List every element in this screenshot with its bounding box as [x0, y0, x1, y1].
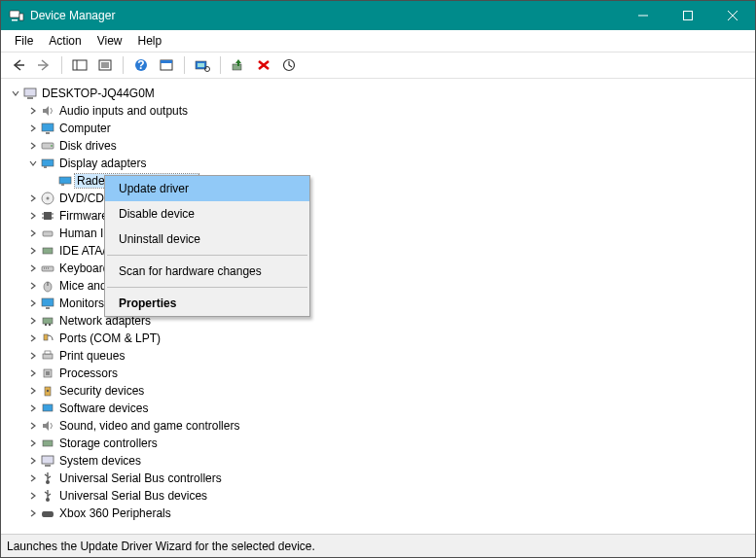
chevron-right-icon[interactable]: [26, 436, 40, 450]
speaker-icon: [40, 418, 55, 434]
svg-rect-27: [27, 97, 33, 99]
context-menu: Update driver Disable device Uninstall d…: [104, 175, 310, 317]
svg-rect-44: [43, 248, 53, 254]
chevron-right-icon[interactable]: [26, 454, 40, 468]
category-audio[interactable]: Audio inputs and outputs: [26, 102, 751, 120]
maximize-button[interactable]: [666, 1, 710, 30]
chevron-right-icon[interactable]: [26, 384, 40, 398]
network-icon: [40, 313, 55, 329]
usb-icon: [40, 471, 55, 486]
forward-button[interactable]: [32, 54, 55, 76]
svg-rect-26: [24, 88, 36, 96]
chevron-right-icon[interactable]: [26, 122, 40, 135]
svg-rect-1: [12, 19, 18, 21]
svg-rect-63: [43, 404, 53, 411]
category-disk[interactable]: Disk drives: [26, 137, 751, 155]
printer-icon: [40, 348, 55, 364]
speaker-icon: [40, 103, 55, 119]
svg-rect-9: [73, 60, 87, 70]
category-security[interactable]: Security devices: [26, 382, 751, 400]
chevron-right-icon[interactable]: [26, 279, 40, 293]
svg-rect-56: [44, 334, 48, 340]
help-button[interactable]: ?: [129, 54, 153, 76]
device-tree: DESKTOP-JQ44G0M Audio inputs and outputs…: [1, 79, 755, 534]
chevron-down-icon[interactable]: [26, 157, 40, 170]
show-hide-console-button[interactable]: [68, 54, 91, 76]
toolbar-separator: [61, 56, 62, 74]
monitor-icon: [40, 296, 55, 311]
chevron-right-icon[interactable]: [26, 471, 40, 485]
category-processors[interactable]: Processors: [26, 365, 751, 382]
category-display[interactable]: Display adapters: [26, 155, 751, 172]
category-storage[interactable]: Storage controllers: [26, 435, 751, 452]
category-usb-controllers[interactable]: Universal Serial Bus controllers: [26, 470, 751, 487]
chevron-right-icon[interactable]: [26, 296, 40, 310]
category-xbox[interactable]: Xbox 360 Peripherals: [26, 505, 751, 522]
svg-rect-18: [161, 60, 172, 63]
svg-rect-33: [44, 166, 47, 168]
tree-root[interactable]: DESKTOP-JQ44G0M: [9, 85, 751, 102]
svg-rect-66: [45, 465, 51, 467]
svg-rect-20: [198, 63, 204, 67]
ctx-properties[interactable]: Properties: [105, 291, 309, 316]
category-ports[interactable]: Ports (COM & LPT): [26, 330, 751, 347]
svg-rect-38: [44, 212, 52, 220]
svg-rect-52: [46, 307, 50, 309]
svg-point-31: [51, 145, 53, 147]
chevron-right-icon[interactable]: [26, 366, 40, 380]
window-title: Device Manager: [30, 9, 621, 22]
action-button[interactable]: [155, 54, 178, 76]
category-computer[interactable]: Computer: [26, 120, 751, 137]
category-sound[interactable]: Sound, video and game controllers: [26, 417, 751, 435]
ctx-disable-device[interactable]: Disable device: [105, 201, 309, 227]
computer-icon: [22, 86, 38, 101]
chevron-right-icon[interactable]: [26, 244, 40, 258]
chevron-right-icon[interactable]: [26, 262, 40, 275]
usb-icon: [40, 488, 55, 504]
properties-button[interactable]: [93, 54, 117, 76]
ctx-update-driver[interactable]: Update driver: [105, 176, 309, 201]
category-software[interactable]: Software devices: [26, 400, 751, 417]
ctx-scan-hardware[interactable]: Scan for hardware changes: [105, 259, 309, 284]
category-printqueues[interactable]: Print queues: [26, 347, 751, 365]
menu-view[interactable]: View: [90, 32, 130, 50]
chevron-right-icon[interactable]: [26, 192, 40, 205]
chevron-right-icon[interactable]: [26, 489, 40, 503]
minimize-button[interactable]: [621, 1, 666, 30]
controller-icon: [40, 243, 55, 259]
chevron-right-icon[interactable]: [26, 506, 40, 520]
chevron-right-icon[interactable]: [26, 419, 40, 433]
gamepad-icon: [40, 506, 55, 521]
chevron-right-icon[interactable]: [26, 104, 40, 118]
scan-hardware-button[interactable]: [191, 54, 214, 76]
update-driver-button[interactable]: [227, 54, 250, 76]
security-icon: [40, 383, 55, 399]
display-adapter-icon: [57, 173, 73, 189]
svg-rect-43: [43, 231, 53, 236]
ctx-uninstall-device[interactable]: Uninstall device: [105, 227, 309, 252]
category-usb-devices[interactable]: Universal Serial Bus devices: [26, 487, 751, 505]
chevron-right-icon[interactable]: [26, 349, 40, 363]
port-icon: [40, 331, 55, 346]
back-button[interactable]: [7, 54, 30, 76]
controller-icon: [40, 436, 55, 451]
category-system[interactable]: System devices: [26, 452, 751, 470]
display-adapter-icon: [40, 156, 55, 171]
chevron-down-icon[interactable]: [9, 87, 22, 100]
chevron-right-icon[interactable]: [26, 139, 40, 153]
chevron-right-icon[interactable]: [26, 314, 40, 328]
menu-file[interactable]: File: [7, 32, 41, 50]
svg-rect-28: [42, 123, 54, 131]
disable-button[interactable]: [277, 54, 301, 76]
software-icon: [40, 401, 55, 416]
chevron-right-icon[interactable]: [26, 209, 40, 223]
chevron-right-icon[interactable]: [26, 227, 40, 240]
close-button[interactable]: [710, 1, 755, 30]
titlebar: Device Manager: [1, 1, 755, 30]
chevron-right-icon[interactable]: [26, 331, 40, 345]
menu-help[interactable]: Help: [130, 32, 170, 50]
menu-action[interactable]: Action: [41, 32, 89, 50]
chevron-right-icon[interactable]: [26, 401, 40, 415]
svg-rect-32: [42, 159, 54, 166]
uninstall-button[interactable]: [252, 54, 275, 76]
